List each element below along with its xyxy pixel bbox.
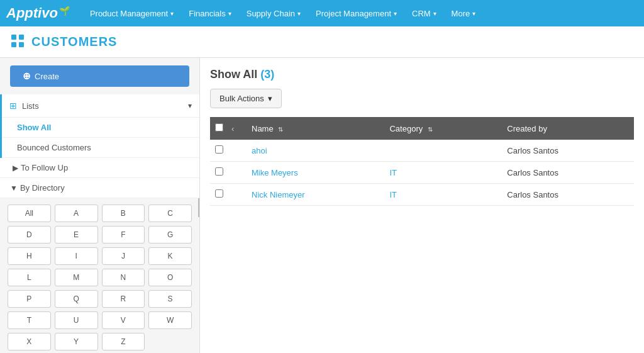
row-checkbox-col[interactable] — [210, 140, 229, 162]
page-title: CUSTOMERS — [31, 35, 117, 49]
table-col-created-by: Created by — [499, 117, 634, 140]
table-col-name[interactable]: Name ⇅ — [244, 117, 382, 140]
record-count: (3) — [260, 68, 274, 81]
dir-btn-f[interactable]: F — [102, 226, 145, 244]
directory-grid: All A B C D E F G H I J K L M N O P Q R … — [0, 198, 199, 353]
dir-btn-y[interactable]: Y — [55, 333, 98, 350]
nav-more[interactable]: More ▾ — [444, 0, 484, 26]
chevron-down-icon: ▾ — [228, 10, 231, 17]
dir-btn-x[interactable]: X — [8, 333, 51, 350]
dir-btn-v[interactable]: V — [102, 311, 145, 329]
bulk-actions-button[interactable]: Bulk Actions ▾ — [210, 89, 282, 108]
logo-text: Apptivo — [6, 5, 58, 21]
table-row: Nick Niemeyer IT Carlos Santos — [210, 184, 634, 206]
row-nav-col — [229, 140, 244, 162]
sidebar-item-show-all[interactable]: Show All — [2, 118, 199, 138]
nav-financials[interactable]: Financials ▾ — [181, 0, 239, 26]
chevron-down-icon: ▾ — [170, 10, 174, 17]
prev-icon[interactable]: ‹ — [231, 124, 234, 133]
lists-section: ⊞ Lists ▾ Show All Bounced Customers — [0, 94, 199, 158]
dir-btn-g[interactable]: G — [148, 226, 192, 244]
main-layout: ⊕ Create ⊞ Lists ▾ Show All Bounced Cust… — [0, 58, 644, 353]
create-button[interactable]: ⊕ Create — [10, 65, 189, 87]
sidebar: ⊕ Create ⊞ Lists ▾ Show All Bounced Cust… — [0, 58, 200, 353]
dir-btn-q[interactable]: Q — [55, 290, 98, 308]
table-col-category[interactable]: Category ⇅ — [382, 117, 499, 140]
lists-header[interactable]: ⊞ Lists ▾ — [2, 94, 199, 118]
row-nav-col — [229, 162, 244, 184]
row-checkbox[interactable] — [215, 145, 223, 154]
select-all-checkbox-col[interactable] — [210, 117, 229, 140]
dir-btn-m[interactable]: M — [55, 269, 98, 286]
customer-created-by: Carlos Santos — [499, 162, 634, 184]
sort-icon: ⇅ — [278, 126, 283, 133]
customer-category[interactable]: IT — [382, 184, 499, 206]
customers-table: ‹ Name ⇅ Category ⇅ Created by — [210, 117, 634, 206]
show-all-title: Show All (3) — [210, 68, 634, 81]
sidebar-item-follow-up[interactable]: ▶ To Follow Up — [0, 158, 199, 178]
page-header: CUSTOMERS — [0, 26, 644, 58]
dir-btn-p[interactable]: P — [8, 290, 51, 308]
customer-created-by: Carlos Santos — [499, 140, 634, 162]
chevron-down-icon: ▾ — [433, 10, 436, 17]
table-row: Mike Meyers IT Carlos Santos — [210, 162, 634, 184]
plus-icon: ⊕ — [23, 70, 31, 82]
logo[interactable]: Apptivo🌱 — [6, 5, 70, 21]
row-checkbox-col[interactable] — [210, 184, 229, 206]
row-checkbox-col[interactable] — [210, 162, 229, 184]
dir-btn-w[interactable]: W — [148, 311, 192, 329]
dir-btn-a[interactable]: A — [55, 205, 98, 222]
dir-btn-z[interactable]: Z — [102, 333, 145, 350]
dir-btn-e[interactable]: E — [55, 226, 98, 244]
main-content: Show All (3) Bulk Actions ▾ ‹ Name ⇅ — [200, 58, 644, 353]
collapse-icon: ▼ — [10, 184, 18, 193]
row-checkbox[interactable] — [215, 189, 223, 198]
chevron-down-icon: ▾ — [297, 10, 301, 17]
nav-product-management[interactable]: Product Management ▾ — [82, 0, 181, 26]
nav-crm[interactable]: CRM ▾ — [404, 0, 444, 26]
table-header-row: ‹ Name ⇅ Category ⇅ Created by — [210, 117, 634, 140]
customer-created-by: Carlos Santos — [499, 184, 634, 206]
dir-btn-h[interactable]: H — [8, 247, 51, 265]
dir-btn-all[interactable]: All — [8, 205, 51, 222]
dir-btn-n[interactable]: N — [102, 269, 145, 286]
expand-icon: ▶ — [13, 164, 18, 172]
svg-rect-3 — [19, 42, 24, 47]
dir-btn-r[interactable]: R — [102, 290, 145, 308]
chevron-down-icon: ▾ — [394, 10, 397, 17]
dir-btn-l[interactable]: L — [8, 269, 51, 286]
dir-btn-t[interactable]: T — [8, 311, 51, 329]
dir-btn-i[interactable]: I — [55, 247, 98, 265]
table-row: ahoi Carlos Santos — [210, 140, 634, 162]
customer-category[interactable]: IT — [382, 162, 499, 184]
customer-category — [382, 140, 499, 162]
sidebar-item-bounced[interactable]: Bounced Customers — [2, 138, 199, 158]
chevron-down-icon: ▾ — [268, 94, 272, 103]
customer-name[interactable]: Nick Niemeyer — [244, 184, 382, 206]
select-all-checkbox[interactable] — [215, 123, 223, 132]
dir-btn-j[interactable]: J — [102, 247, 145, 265]
chevron-down-icon: ▾ — [472, 10, 475, 17]
by-directory-header[interactable]: ▼ By Directory — [0, 178, 199, 198]
dir-btn-c[interactable]: C — [148, 205, 192, 222]
chevron-down-icon: ▾ — [188, 101, 192, 110]
row-checkbox[interactable] — [215, 167, 223, 176]
customers-icon — [10, 33, 25, 51]
customer-name[interactable]: Mike Meyers — [244, 162, 382, 184]
dir-btn-k[interactable]: K — [148, 247, 192, 265]
dir-btn-b[interactable]: B — [102, 205, 145, 222]
dir-btn-s[interactable]: S — [148, 290, 192, 308]
nav-supply-chain[interactable]: Supply Chain ▾ — [239, 0, 308, 26]
customer-name[interactable]: ahoi — [244, 140, 382, 162]
nav-project-management[interactable]: Project Management ▾ — [308, 0, 404, 26]
table-body: ahoi Carlos Santos Mike Meyers — [210, 140, 634, 206]
grid-icon: ⊞ — [9, 101, 17, 111]
svg-rect-0 — [11, 35, 16, 40]
dir-btn-u[interactable]: U — [55, 311, 98, 329]
dir-btn-o[interactable]: O — [148, 269, 192, 286]
sort-icon: ⇅ — [428, 126, 433, 133]
svg-rect-2 — [11, 42, 16, 47]
row-nav-col — [229, 184, 244, 206]
sidebar-collapse-toggle[interactable]: ‹ — [198, 198, 200, 217]
dir-btn-d[interactable]: D — [8, 226, 51, 244]
